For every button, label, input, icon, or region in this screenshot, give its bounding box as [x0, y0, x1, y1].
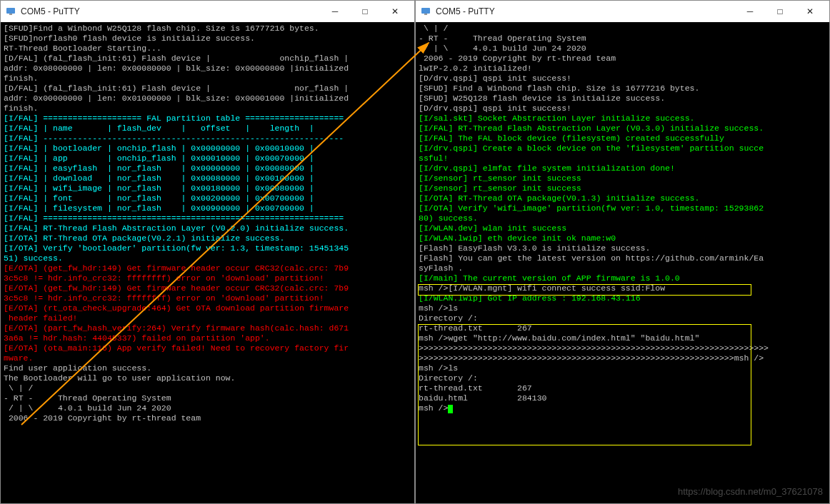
terminal-line: [I/FAL] | name | flash_dev | offset | le… — [4, 124, 411, 133]
terminal-line: msh /> — [419, 403, 826, 413]
svg-rect-0 — [6, 8, 15, 14]
terminal-line: [I/sensor] rt_sensor init success — [419, 173, 826, 183]
terminal-line: msh />[I/WLAN.mgnt] wifi connect success… — [419, 283, 826, 293]
terminal-line: [I/FAL] The FAL block device (filesystem… — [419, 133, 826, 143]
terminal-line: lwIP-2.0.2 initialized! — [419, 64, 826, 74]
right-putty-window: COM5 - PuTTY ─ □ ✕ \ | /- RT - Thread Op… — [415, 0, 830, 504]
cursor — [448, 405, 453, 413]
terminal-line: [I/OTA] Verify 'bootloader' partition(fw… — [4, 243, 411, 253]
terminal-line: Directory /: — [419, 373, 826, 383]
terminal-line: [I/FAL] | wifi_image | nor_flash | 0x001… — [4, 183, 411, 193]
left-putty-window: COM5 - PuTTY ─ □ ✕ [SFUD]Find a Winbond … — [0, 0, 415, 504]
maximize-button[interactable]: □ — [765, 1, 795, 21]
terminal-line: [E/OTA] (part_fw_hash_verify:264) Verify… — [4, 323, 411, 333]
terminal-line: 51) success. — [4, 253, 411, 263]
terminal-line: [I/FAL] | font | nor_flash | 0x00200000 … — [4, 193, 411, 203]
svg-rect-3 — [424, 14, 427, 15]
terminal-line: [E/OTA] (rt_ota_check_upgrade:464) Get O… — [4, 303, 411, 313]
svg-rect-2 — [421, 8, 430, 14]
terminal-line: [I/FAL] RT-Thread Flash Abstraction Laye… — [4, 223, 411, 233]
terminal-line: rt-thread.txt 267 — [419, 383, 826, 393]
terminal-line: [I/FAL] ==================== FAL partiti… — [4, 114, 411, 124]
terminal-line: [I/WLAN.dev] wlan init success — [419, 223, 826, 233]
terminal-line: - RT - Thread Operating System — [4, 393, 411, 403]
terminal-line: / | \ 4.0.1 build Jun 24 2020 — [4, 403, 411, 413]
terminal-line: [I/FAL] | easyflash | nor_flash | 0x0000… — [4, 163, 411, 173]
terminal-line: rt-thread.txt 267 — [419, 323, 826, 333]
maximize-button[interactable]: □ — [350, 1, 380, 21]
right-terminal[interactable]: \ | /- RT - Thread Operating System / | … — [416, 22, 829, 503]
terminal-line: >>>>>>>>>>>>>>>>>>>>>>>>>>>>>>>>>>>>>>>>… — [419, 343, 826, 353]
terminal-line: baidu.html 284130 — [419, 393, 826, 403]
terminal-line: [Flash] EasyFlash V3.3.0 is initialize s… — [419, 243, 826, 253]
terminal-line: >>>>>>>>>>>>>>>>>>>>>>>>>>>>>>>>>>>>>>>>… — [419, 353, 826, 363]
terminal-line: [SFUD]Find a Winbond W25Q128 flash chip.… — [4, 24, 411, 34]
close-button[interactable]: ✕ — [380, 1, 410, 21]
terminal-line: [I/FAL] | filesystem | nor_flash | 0x009… — [4, 203, 411, 213]
terminal-line: [I/FAL] ================================… — [4, 213, 411, 223]
terminal-line: msh />wget "http://www.baidu.com/index.h… — [419, 333, 826, 343]
terminal-line: mware. — [4, 353, 411, 363]
terminal-line: [D/FAL] (fal_flash_init:61) Flash device… — [4, 54, 411, 64]
terminal-line: [I/WLAN.lwip] eth device init ok name:w0 — [419, 233, 826, 243]
terminal-line: [SFUD] Find a Winbond flash chip. Size i… — [419, 84, 826, 94]
terminal-line: [I/WLAN.lwip] Got IP address : 192.168.4… — [419, 293, 826, 303]
terminal-line: / | \ 4.0.1 build Jun 24 2020 — [419, 44, 826, 54]
terminal-line: [I/drv.qspi] Create a block device on th… — [419, 143, 826, 153]
terminal-line: [I/drv.qspi] elmfat file system initiali… — [419, 163, 826, 173]
terminal-line: [I/sensor] rt_sensor init success — [419, 183, 826, 193]
terminal-line: [SFUD] W25Q128 flash device is initializ… — [419, 94, 826, 104]
putty-icon — [5, 6, 16, 17]
terminal-line: [I/OTA] RT-Thread OTA package(V0.1.3) in… — [419, 193, 826, 203]
terminal-line: [E/OTA] (get_fw_hdr:149) Get firmware he… — [4, 283, 411, 293]
terminal-line: [I/sal.skt] Socket Abstraction Layer ini… — [419, 114, 826, 124]
right-titlebar[interactable]: COM5 - PuTTY ─ □ ✕ — [416, 1, 829, 22]
terminal-line: [I/FAL] | bootloader | onchip_flash | 0x… — [4, 143, 411, 153]
terminal-line: [D/FAL] (fal_flash_init:61) Flash device… — [4, 84, 411, 94]
terminal-line: [I/OTA] RT-Thread OTA package(V0.2.1) in… — [4, 233, 411, 243]
terminal-line: [D/drv.qspi] qspi init success! — [419, 104, 826, 114]
terminal-line: Find user application success. — [4, 363, 411, 373]
terminal-line: [Flash] You can get the latest version o… — [419, 253, 826, 263]
left-titlebar[interactable]: COM5 - PuTTY ─ □ ✕ — [1, 1, 414, 22]
terminal-line: addr: 0x00000000 | len: 0x01000000 | blk… — [4, 94, 411, 104]
terminal-line: 3a6a != hdr.hash: 44045337) failed on pa… — [4, 333, 411, 343]
minimize-button[interactable]: ─ — [320, 1, 350, 21]
right-title-text: COM5 - PuTTY — [436, 6, 495, 16]
terminal-line: \ | / — [419, 24, 826, 34]
terminal-line: [I/FAL] | app | onchip_flash | 0x0001000… — [4, 153, 411, 163]
terminal-line: [I/OTA] Verify 'wifi_image' partition(fw… — [419, 203, 826, 213]
putty-icon — [420, 6, 431, 17]
left-title-text: COM5 - PuTTY — [21, 6, 80, 16]
terminal-line: - RT - Thread Operating System — [419, 34, 826, 44]
terminal-line: \ | / — [4, 383, 411, 393]
terminal-line: [I/FAL] --------------------------------… — [4, 133, 411, 143]
close-button[interactable]: ✕ — [795, 1, 825, 21]
terminal-line: 3c5c8 != hdr.info_crc32: ffffffff) error… — [4, 293, 411, 303]
terminal-line: finish. — [4, 74, 411, 84]
terminal-line: 80) success. — [419, 213, 826, 223]
terminal-line: RT-Thread Bootloader Starting... — [4, 44, 411, 54]
terminal-line: [I/main] The current version of APP firm… — [419, 273, 826, 283]
terminal-line: The Bootloader will go to user applicati… — [4, 373, 411, 383]
terminal-line: [E/OTA] (ota_main:116) App verify failed… — [4, 343, 411, 353]
terminal-line: [D/drv.qspi] qspi init success! — [419, 74, 826, 84]
svg-rect-1 — [9, 14, 12, 15]
terminal-line: syFlash . — [419, 263, 826, 273]
terminal-line: Directory /: — [419, 313, 826, 323]
terminal-line: finish. — [4, 104, 411, 114]
left-terminal[interactable]: [SFUD]Find a Winbond W25Q128 flash chip.… — [1, 22, 414, 503]
terminal-line: msh />ls — [419, 303, 826, 313]
minimize-button[interactable]: ─ — [735, 1, 765, 21]
terminal-line: 3c5c8 != hdr.info_crc32: ffffffff) error… — [4, 273, 411, 283]
terminal-line: [E/OTA] (get_fw_hdr:149) Get firmware he… — [4, 263, 411, 273]
terminal-line: [I/FAL] RT-Thread Flash Abstraction Laye… — [419, 124, 826, 133]
terminal-line: [I/FAL] | download | nor_flash | 0x00080… — [4, 173, 411, 183]
terminal-line: header failed! — [4, 313, 411, 323]
terminal-line: msh />ls — [419, 363, 826, 373]
terminal-line: ssful! — [419, 153, 826, 163]
terminal-line: addr: 0x08000000 | len: 0x00080000 | blk… — [4, 64, 411, 74]
terminal-line: 2006 - 2019 Copyright by rt-thread team — [419, 54, 826, 64]
terminal-line: [SFUD]norflash0 flash device is initiali… — [4, 34, 411, 44]
terminal-line: 2006 - 2019 Copyright by rt-thread team — [4, 413, 411, 423]
